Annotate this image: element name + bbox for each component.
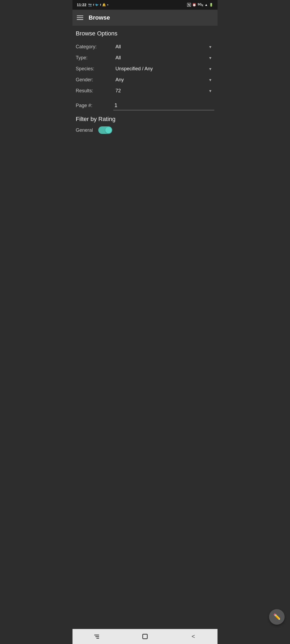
results-dropdown-arrow: ▼ <box>208 89 212 93</box>
species-dropdown-arrow: ▼ <box>208 67 212 71</box>
home-icon <box>142 634 148 639</box>
facebook2-icon: f <box>100 3 101 6</box>
browse-options-section: Browse Options Category: All ▼ Type: All <box>76 30 214 110</box>
general-label: General <box>76 127 93 133</box>
results-label: Results: <box>76 85 113 96</box>
category-value: All <box>115 44 121 50</box>
type-select[interactable]: All ▼ <box>113 52 214 63</box>
home-button[interactable] <box>137 631 153 642</box>
browse-options-title: Browse Options <box>76 30 214 37</box>
nfc-icon: N <box>187 3 191 7</box>
app-bar-title: Browse <box>89 14 110 21</box>
toggle-thumb <box>105 127 112 133</box>
category-dropdown-arrow: ▼ <box>208 45 212 49</box>
notification-icon: 🔔 <box>102 3 106 7</box>
camera-icon: 📷 <box>88 3 92 7</box>
gender-label: Gender: <box>76 74 113 85</box>
results-value: 72 <box>115 88 121 94</box>
signal-icon: ▲ <box>205 3 208 7</box>
category-select[interactable]: All ▼ <box>113 41 214 52</box>
type-label: Type: <box>76 52 113 63</box>
main-content: Browse Options Category: All ▼ Type: All <box>73 26 218 138</box>
species-value: Unspecified / Any <box>115 66 153 72</box>
general-toggle[interactable] <box>98 126 112 134</box>
twitter-icon: 🐦 <box>95 3 99 7</box>
general-filter-row: General <box>76 126 214 134</box>
species-label: Species: <box>76 63 113 74</box>
network-type-icon: 5GE <box>198 3 203 7</box>
alarm-icon: ⏰ <box>192 3 196 7</box>
type-dropdown-arrow: ▼ <box>208 56 212 60</box>
status-time: 11:22 <box>77 3 86 7</box>
type-value: All <box>115 55 121 61</box>
filter-by-rating-section: Filter by Rating General <box>76 116 214 134</box>
gender-select[interactable]: Any ▼ <box>113 74 214 85</box>
facebook-icon: f <box>93 3 94 6</box>
options-grid: Category: All ▼ Type: All ▼ <box>76 41 214 96</box>
status-right-icons: N ⏰ 5GE ▲ 🔋 <box>187 3 213 7</box>
page-row: Page #: <box>76 101 214 110</box>
recent-apps-button[interactable] <box>89 631 105 642</box>
app-bar: Browse <box>73 10 218 26</box>
status-bar: 11:22 📷 f 🐦 f 🔔 • N ⏰ 5GE ▲ 🔋 <box>73 0 218 10</box>
gender-dropdown-arrow: ▼ <box>208 78 212 82</box>
gender-value: Any <box>115 77 124 83</box>
page-input[interactable] <box>113 101 214 110</box>
results-select[interactable]: 72 ▼ <box>113 85 214 96</box>
recent-apps-icon <box>94 635 99 639</box>
back-button[interactable]: < <box>185 631 201 642</box>
filter-by-rating-title: Filter by Rating <box>76 116 214 123</box>
status-left: 11:22 📷 f 🐦 f 🔔 • <box>77 3 108 7</box>
dot-icon: • <box>107 3 108 7</box>
back-icon: < <box>192 633 195 640</box>
bottom-nav: < <box>73 629 218 644</box>
battery-icon: 🔋 <box>209 3 213 7</box>
category-label: Category: <box>76 41 113 52</box>
toggle-track <box>98 126 112 134</box>
menu-button[interactable] <box>77 16 83 20</box>
status-notification-icons: 📷 f 🐦 f 🔔 • <box>88 3 108 7</box>
species-select[interactable]: Unspecified / Any ▼ <box>113 63 214 74</box>
page-label: Page #: <box>76 103 113 108</box>
